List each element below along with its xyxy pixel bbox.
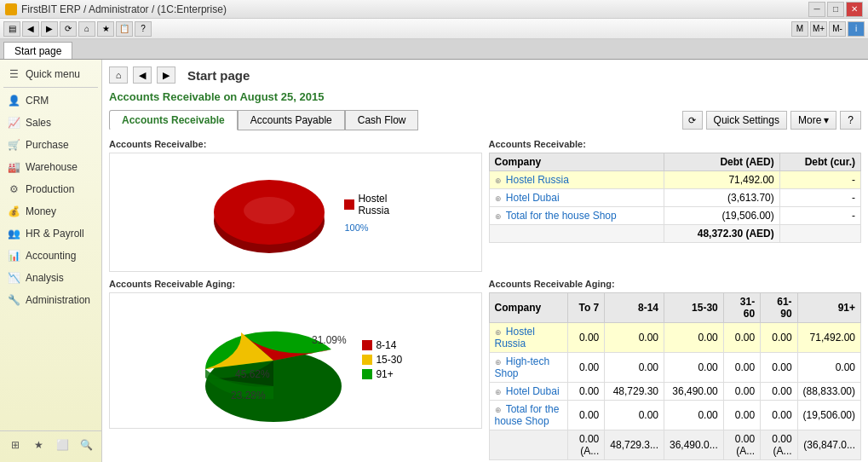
toolbar-btn-info[interactable]: i (848, 21, 865, 37)
ar-chart-title: Accounts Receivalbe: (109, 139, 482, 149)
aging-chart-title: Accounts Receivable Aging: (109, 279, 482, 289)
ar-col-debt: Debt (AED) (664, 153, 780, 171)
back-nav-btn[interactable]: ◀ (133, 66, 152, 84)
sidebar-square-icon[interactable]: ⬜ (54, 436, 71, 453)
ar-cell-shop-cur: - (779, 207, 860, 225)
aging-footer-61-90: 0.00 (A... (761, 430, 797, 460)
legend-91-plus: 91+ (362, 368, 402, 380)
aging-hightech-31-60: 0.00 (723, 353, 760, 383)
toolbar-btn-8[interactable]: ? (135, 21, 152, 37)
tab-accounts-payable[interactable]: Accounts Payable (238, 110, 345, 130)
aging-link-hightech[interactable]: High-tech Shop (495, 355, 550, 379)
forward-nav-btn[interactable]: ▶ (157, 66, 175, 84)
ar-table: Company Debt (AED) Debt (cur.) ⊕ Hostel … (489, 153, 862, 243)
aging-link-houseshop[interactable]: Total for the house Shop (495, 403, 560, 427)
aging-footer-to7: 0.00 (A... (567, 430, 604, 460)
sidebar-search-icon[interactable]: 🔍 (78, 436, 95, 453)
aging-expand-3[interactable]: ⊕ (495, 388, 502, 396)
sidebar-item-warehouse[interactable]: 🏭 Warehouse (0, 156, 101, 178)
legend-color-8-14 (362, 340, 372, 350)
sidebar-item-analysis[interactable]: 📉 Analysis (0, 267, 101, 289)
purchase-icon: 🛒 (7, 138, 20, 152)
toolbar-btn-m[interactable]: M (791, 21, 808, 37)
aging-hightech-15-30: 0.00 (664, 353, 724, 383)
toolbar-btn-m2[interactable]: M+ (810, 21, 827, 37)
legend-color-hostel (344, 199, 354, 210)
aging-houseshop-to7: 0.00 (567, 401, 604, 430)
more-dropdown-icon: ▾ (824, 114, 829, 126)
aging-hostel-15-30: 0.00 (664, 323, 724, 353)
help-button[interactable]: ? (840, 111, 861, 130)
more-button[interactable]: More ▾ (790, 111, 836, 130)
tab-cash-flow[interactable]: Cash Flow (345, 110, 419, 130)
toolbar-btn-7[interactable]: 📋 (116, 21, 133, 37)
toolbar-btn-3[interactable]: ▶ (41, 21, 58, 37)
expand-icon[interactable]: ⊕ (495, 176, 502, 185)
refresh-button[interactable]: ⟳ (682, 111, 703, 130)
aging-hightech-8-14: 0.00 (605, 353, 664, 383)
minimize-btn[interactable]: ─ (808, 2, 825, 17)
sidebar-item-administration[interactable]: 🔧 Administration (0, 289, 101, 311)
aging-hoteldubai-to7: 0.00 (567, 383, 604, 401)
expand-icon-2[interactable]: ⊕ (495, 194, 502, 203)
expand-icon-3[interactable]: ⊕ (495, 212, 502, 221)
aging-table-title: Accounts Receivable Aging: (489, 279, 862, 289)
aging-footer-15-30: 36,490.0... (664, 430, 724, 460)
aging-col-61-90: 61-90 (761, 293, 797, 323)
home-nav-btn[interactable]: ⌂ (109, 66, 128, 84)
aging-table-wrap: Company To 7 8-14 15-30 31-60 61-90 91+ (489, 292, 862, 460)
toolbar-btn-5[interactable]: ⌂ (78, 21, 95, 37)
aging-col-31-60: 31-60 (723, 293, 760, 323)
sidebar-star-icon[interactable]: ★ (31, 436, 48, 453)
aging-houseshop-8-14: 0.00 (605, 401, 664, 430)
aging-footer-8-14: 48,729.3... (605, 430, 664, 460)
aging-expand-1[interactable]: ⊕ (495, 328, 502, 337)
sidebar-item-hr-payroll[interactable]: 👥 HR & Payroll (0, 222, 101, 245)
sidebar-item-quick-menu[interactable]: ☰ Quick menu (0, 63, 101, 85)
ar-cell-hostel-company: ⊕ Hostel Russia (489, 171, 664, 189)
aging-footer-row: 0.00 (A... 48,729.3... 36,490.0... 0.00 … (489, 430, 861, 460)
title-bar-text: FirstBIT ERP / Administrator / (1C:Enter… (21, 3, 808, 15)
sidebar: ☰ Quick menu 👤 CRM 📈 Sales 🛒 Purchase 🏭 … (0, 60, 102, 462)
sidebar-item-crm[interactable]: 👤 CRM (0, 90, 101, 112)
quick-settings-button[interactable]: Quick Settings (706, 111, 787, 130)
aging-hightech-to7: 0.00 (567, 353, 604, 383)
ar-link-shop[interactable]: Total for the house Shop (506, 210, 617, 222)
aging-col-8-14: 8-14 (605, 293, 664, 323)
two-col-layout: Accounts Receivalbe: HostelRussia (109, 139, 861, 460)
sidebar-item-accounting[interactable]: 📊 Accounting (0, 245, 101, 267)
aging-expand-4[interactable]: ⊕ (495, 406, 502, 414)
content-tab-bar: Accounts Receivable Accounts Payable Cas… (109, 110, 861, 130)
maximize-btn[interactable]: □ (827, 2, 844, 17)
ar-cell-hotel-debt: (3,613.70) (664, 189, 780, 207)
ar-total-cur (779, 225, 860, 243)
ar-total-label (489, 225, 664, 243)
toolbar-btn-1[interactable]: ▤ (3, 21, 20, 37)
ar-link-hostel[interactable]: Hostel Russia (506, 174, 569, 186)
aging-pie-chart: 45.62% 31.09% 23.28% (188, 297, 359, 424)
ar-cell-shop-debt: (19,506.00) (664, 207, 780, 225)
tab-start-page[interactable]: Start page (3, 42, 72, 59)
ar-col-debt-cur: Debt (cur.) (779, 153, 860, 171)
toolbar-btn-6[interactable]: ★ (97, 21, 114, 37)
aging-hostel-to7: 0.00 (567, 323, 604, 353)
toolbar-btn-m3[interactable]: M- (829, 21, 846, 37)
sidebar-item-money[interactable]: 💰 Money (0, 200, 101, 222)
ar-row-total-shop: ⊕ Total for the house Shop (19,506.00) - (489, 207, 861, 225)
toolbar-btn-4[interactable]: ⟳ (60, 21, 77, 37)
ar-link-hotel[interactable]: Hotel Dubai (506, 192, 560, 204)
sidebar-item-purchase[interactable]: 🛒 Purchase (0, 134, 101, 156)
sidebar-item-production[interactable]: ⚙ Production (0, 178, 101, 200)
close-btn[interactable]: ✕ (846, 2, 863, 17)
aging-hoteldubai-8-14: 48,729.30 (605, 383, 664, 401)
aging-expand-2[interactable]: ⊕ (495, 358, 502, 367)
legend-item-hostel-russia: HostelRussia (344, 193, 389, 217)
aging-link-hoteldubai[interactable]: Hotel Dubai (506, 385, 560, 397)
ar-pie-chart (201, 161, 337, 263)
sidebar-grid-icon[interactable]: ⊞ (7, 436, 24, 453)
toolbar-btn-2[interactable]: ◀ (22, 21, 39, 37)
tab-accounts-receivable[interactable]: Accounts Receivable (109, 110, 238, 130)
sidebar-item-sales[interactable]: 📈 Sales (0, 112, 101, 134)
pie-highlight (244, 197, 295, 224)
aging-houseshop-91: (19,506.00) (797, 401, 860, 430)
